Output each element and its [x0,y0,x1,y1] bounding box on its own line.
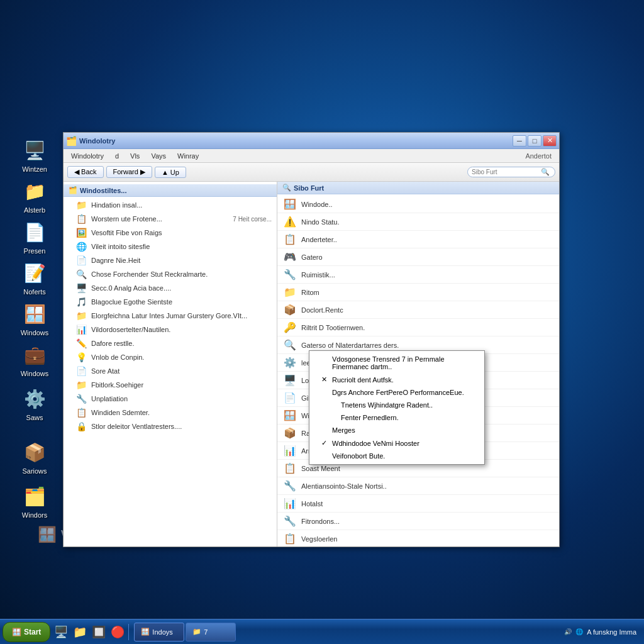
right-panel-item-17[interactable]: 📊 Hotalst [277,495,559,513]
ctx-item-1[interactable]: ✕ Rucriolt dent Autfsk. [309,373,484,386]
left-panel-item-8[interactable]: 📁 Elorgfeichna Latur Intes Jumar Gurster… [64,309,277,323]
ql-icon-2[interactable]: 🔲 [91,624,107,640]
start-label: Start [24,628,41,636]
ctx-item-7[interactable]: Veifonobort Bute. [309,450,484,462]
desktop-icon-icon-7[interactable]: ⚙️ Saws [13,384,57,425]
taskbar-task-0[interactable]: 🪟 Indoys [134,623,184,641]
maximize-button[interactable]: □ [528,135,541,147]
forward-button[interactable]: Forward ▶ [106,166,152,178]
desktop-icon-icon-1[interactable]: 🖥️ Wintzen [13,135,57,176]
right-panel-item-3[interactable]: 🎮 Gatero [277,248,559,266]
left-panel-item-6[interactable]: 🖥️ Secc.0 Analg Acia bace.... [64,281,277,295]
right-item-icon-8: 🔍 [282,339,297,351]
taskbar-task-1[interactable]: 📁 7 [186,623,236,641]
left-panel-item-5[interactable]: 🔍 Chose Forchender Stut Reckralmarte. [64,267,277,281]
right-panel-item-4[interactable]: 🔧 Ruimistik... [277,266,559,284]
ctx-label-2: Dgrs Anchore FertPereO PerformanceEue. [332,389,470,396]
right-item-icon-18: 🔧 [282,515,297,527]
menu-item-2[interactable]: Vls [125,151,145,161]
right-item-text-2: Anderteter.. [301,236,337,243]
right-item-text-7: Riltrit D Tootiernwen. [301,324,365,331]
left-item-icon-4: 📄 [76,255,87,265]
left-item-icon-11: 💡 [76,352,87,362]
desktop-icon-icon-5[interactable]: 🪟 Windows [13,299,57,340]
system-tray: 🔊 🌐 A funskng Imma [559,628,641,636]
left-item-icon-13: 📁 [76,380,87,390]
left-panel-item-14[interactable]: 🔧 Unplatiation [64,392,277,406]
left-panel-item-9[interactable]: 📊 Vildordosertelter/Nautilen. [64,323,277,336]
right-panel-item-5[interactable]: 📁 Ritom [277,284,559,301]
left-item-text-12: Sore Atat [91,367,268,375]
right-panel-item-6[interactable]: 📦 Doclort.Rentc [277,301,559,319]
right-panel-item-19[interactable]: 📋 Vegsloerlen [277,530,559,547]
left-panel-item-10[interactable]: ✏️ Dafore restlle. [64,336,277,350]
ctx-item-0[interactable]: Vdosgonese Trensred 7 in Pernmale Finerm… [309,353,484,373]
tray-network-icon[interactable]: 🌐 [575,628,583,635]
desktop-icon-icon-8[interactable]: 📦 Sariows [13,437,57,478]
right-item-text-19: Vegsloerlen [301,535,338,543]
start-button[interactable]: 🪟 Start [3,622,50,642]
right-panel-item-1[interactable]: ⚠️ Nindo Statu. [277,213,559,231]
right-panel-item-2[interactable]: 📋 Anderteter.. [277,231,559,248]
right-header-icon: 🔍 [282,184,291,192]
ctx-item-3[interactable]: Tnetens Wjhindatgre Radent.. [309,399,484,411]
desktop-icon-icon-9[interactable]: 🗂️ Windors [13,481,57,522]
right-item-text-0: Windode.. [301,201,333,208]
right-item-text-18: Fitrondons... [301,518,340,525]
right-panel-item-16[interactable]: 🔧 Alentiansointo-Stale Nortsi.. [277,477,559,495]
ctx-label-6: Wdhindodoe VeNmi Hooster [332,440,470,447]
left-panel-item-15[interactable]: 📋 Windiden Sdemter. [64,406,277,419]
right-item-icon-19: 📋 [282,533,297,545]
left-item-text-10: Dafore restlle. [91,340,268,347]
ctx-item-6[interactable]: ✓ Wdhindodoe VeNmi Hooster [309,436,484,450]
desktop-icon-icon-2[interactable]: 📁 Alsterb [13,176,57,217]
desktop-icon-icon-6[interactable]: 💼 Windows [13,340,57,380]
close-button[interactable]: ✕ [543,135,557,147]
left-panel-item-7[interactable]: 🎵 Blagoclue Egothe Sientste [64,295,277,309]
right-panel-item-0[interactable]: 🪟 Windode.. [277,196,559,213]
desktop-icon-icon-3[interactable]: 📄 Presen [13,217,57,258]
search-input[interactable] [472,169,541,175]
ctx-item-5[interactable]: Merges [309,424,484,436]
ctx-item-4[interactable]: Fenter Pernedlern. [309,411,484,424]
menu-item-0[interactable]: Windolotry [66,151,109,161]
back-button[interactable]: ◀ Back [67,166,104,178]
left-panel-item-2[interactable]: 🖼️ Vesoftit Fibe von Raigs [64,226,277,240]
right-panel-item-7[interactable]: 🔑 Riltrit D Tootiernwen. [277,319,559,336]
menu-item-4[interactable]: Winray [172,151,204,161]
minimize-button[interactable]: ─ [513,135,526,147]
left-panel-item-11[interactable]: 💡 Vnlob de Conpin. [64,350,277,364]
title-bar-left: 🗂️ Windolotry [66,136,115,146]
title-bar: 🗂️ Windolotry ─ □ ✕ [64,133,559,149]
icon-image: 📁 [22,179,47,204]
ql-icon-0[interactable]: 🖥️ [53,624,69,640]
left-panel-item-12[interactable]: 📄 Sore Atat [64,364,277,378]
search-icon[interactable]: 🔍 [541,168,550,176]
left-panel-item-3[interactable]: 🌐 Vileit intoito sitesfie [64,240,277,253]
right-item-icon-17: 📊 [282,497,297,509]
menu-item-1[interactable]: d [110,151,124,161]
ql-icon-1[interactable]: 📁 [72,624,88,640]
right-item-icon-12: 🪟 [282,409,297,421]
desktop-icon-icon-4[interactable]: 📝 Noferts [13,258,57,299]
left-panel-item-1[interactable]: 📋 Worstern ute Frotene... 7 Heit corse..… [64,212,277,226]
icon-image: 📦 [22,440,47,465]
left-panel-item-13[interactable]: 📁 Fbitlork.Soehiger [64,378,277,392]
right-item-icon-6: 📦 [282,304,297,316]
ql-icon-3[interactable]: 🔴 [109,624,126,640]
tray-sound-icon[interactable]: 🔊 [564,628,572,635]
quick-launch: 🖥️ 📁 🔲 🔴 [50,624,129,640]
right-item-text-6: Doclort.Rentc [301,306,343,314]
right-panel-item-18[interactable]: 🔧 Fitrondons... [277,513,559,530]
ctx-label-4: Fenter Pernedlern. [341,414,470,421]
left-panel-item-0[interactable]: 📁 Hindation insal... [64,198,277,212]
icon-label: Noferts [23,288,45,296]
menu-item-3[interactable]: Vays [146,151,171,161]
up-button[interactable]: ▲ Up [155,167,186,178]
left-panel-item-4[interactable]: 📄 Dagnre Nie.Heit [64,253,277,267]
left-panel-item-16[interactable]: 🔒 Stlor deleitor Ventlatresters.... [64,419,277,433]
right-item-icon-1: ⚠️ [282,216,297,228]
search-box[interactable]: 🔍 [467,167,555,177]
taskbar: 🪟 Start 🖥️ 📁 🔲 🔴 🪟 Indoys📁 7 🔊 🌐 A funsk… [0,619,644,644]
ctx-item-2[interactable]: Dgrs Anchore FertPereO PerformanceEue. [309,386,484,399]
